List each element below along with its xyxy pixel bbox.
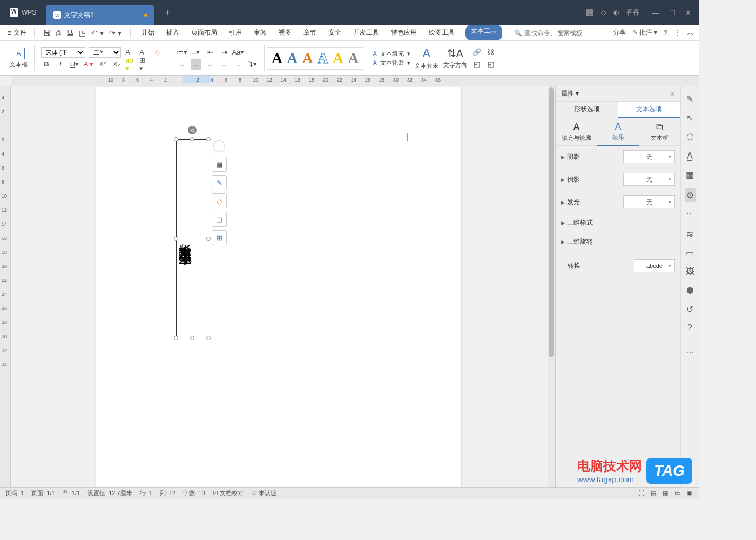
status-page-no[interactable]: 页码: 1 xyxy=(5,489,24,497)
view-web-button[interactable]: ▭ xyxy=(673,490,681,497)
tab-references[interactable]: 引用 xyxy=(228,25,243,40)
skin-icon[interactable]: ◇ xyxy=(601,9,606,16)
notification-badge[interactable]: 1 xyxy=(586,9,593,16)
distribute-button[interactable]: ≡ xyxy=(233,59,244,70)
rail-image-icon[interactable]: 🖼 xyxy=(686,267,694,276)
minimize-button[interactable]: — xyxy=(652,9,659,17)
resize-handle[interactable] xyxy=(174,336,178,340)
increase-indent-button[interactable]: ⇥ xyxy=(219,47,230,58)
align-center-button[interactable]: ≡ xyxy=(191,59,201,70)
file-menu[interactable]: ≡ 文件 xyxy=(4,28,30,37)
vertical-scrollbar[interactable] xyxy=(548,86,555,487)
tab-text-options[interactable]: 文本选项 xyxy=(618,102,681,118)
tab-page-layout[interactable]: 页面布局 xyxy=(190,25,218,40)
next-textbox-button[interactable]: ◱ xyxy=(485,59,496,70)
prop-3d-rotation[interactable]: ▶三维旋转 xyxy=(561,237,675,246)
quick-print-icon[interactable]: ◳ xyxy=(79,29,86,37)
search-input[interactable] xyxy=(524,29,589,37)
textbox-group[interactable]: 文本框 xyxy=(5,43,32,73)
more-options-button[interactable]: ⊞ xyxy=(212,230,227,245)
subtab-effects[interactable]: A 效果 xyxy=(597,118,639,146)
font-size-select[interactable]: 二号 xyxy=(89,47,121,58)
shadow-select[interactable]: 无 xyxy=(623,150,675,163)
prop-glow[interactable]: ▶发光 无 xyxy=(561,195,675,208)
align-left-button[interactable]: ≡ xyxy=(177,59,187,70)
layout-options-button[interactable]: ▦ xyxy=(212,157,227,172)
prop-3d-format[interactable]: ▶三维格式 xyxy=(561,218,675,227)
rail-clipboard-icon[interactable]: ▭ xyxy=(686,248,694,258)
wordart-style-gallery[interactable]: A A A A A A xyxy=(267,47,363,70)
resize-handle[interactable] xyxy=(190,336,194,340)
shape-outline-button[interactable]: ▢ xyxy=(212,212,227,227)
rail-resource-icon[interactable]: 🗀 xyxy=(686,211,694,220)
text-fill-button[interactable]: A 文本填充 ▾ xyxy=(373,50,410,58)
rail-history-icon[interactable]: ↺ xyxy=(686,304,693,314)
document-tab[interactable]: W 文字文稿1 xyxy=(46,5,154,25)
status-words[interactable]: 字数: 10 xyxy=(183,489,205,497)
user-name[interactable]: 香香 xyxy=(626,8,639,17)
scrollbar-thumb[interactable] xyxy=(549,87,554,357)
close-panel-button[interactable]: ✕ xyxy=(670,90,675,98)
underline-button[interactable]: U ▾ xyxy=(69,59,80,70)
resize-handle[interactable] xyxy=(190,137,194,141)
tab-section[interactable]: 章节 xyxy=(302,25,318,40)
redo-button[interactable]: ↷ ▾ xyxy=(109,29,122,37)
rail-shape-icon[interactable]: ⬡ xyxy=(686,132,694,142)
maximize-button[interactable]: ☐ xyxy=(669,9,676,17)
text-direction-button[interactable]: ⇅A 文字方向 xyxy=(443,47,467,69)
subtab-textbox[interactable]: ⧉ 文本框 xyxy=(639,118,680,146)
close-button[interactable]: ✕ xyxy=(685,9,691,17)
document-canvas[interactable]: ⟲ 竖排文字怎么居中显示 — ▦ ✎ ◇ ▢ ⊞ xyxy=(11,86,548,487)
app-tab[interactable]: WPS xyxy=(0,0,46,25)
style-5[interactable]: A xyxy=(333,50,343,67)
tab-start[interactable]: 开始 xyxy=(140,25,156,40)
highlight-button[interactable]: ab ▾ xyxy=(125,59,136,70)
prop-shadow[interactable]: ▶阴影 无 xyxy=(561,150,675,163)
rail-table-icon[interactable]: ▦ xyxy=(686,170,694,180)
char-border-button[interactable]: ⊞ ▾ xyxy=(139,59,150,70)
bold-button[interactable]: B xyxy=(41,59,52,70)
resize-handle[interactable] xyxy=(174,137,178,141)
resize-handle[interactable] xyxy=(174,237,178,241)
superscript-button[interactable]: X² xyxy=(97,59,108,70)
italic-button[interactable]: I xyxy=(55,59,66,70)
change-case-button[interactable]: Aa▾ xyxy=(233,47,244,58)
clear-format-button[interactable]: ◇ xyxy=(152,47,163,58)
subscript-button[interactable]: X₂ xyxy=(111,59,122,70)
numbering-button[interactable]: ≡▾ xyxy=(191,47,201,58)
format-painter-button[interactable]: ✎ xyxy=(212,175,227,190)
vertical-ruler[interactable]: 42246810121416182022242628303234 xyxy=(0,86,11,487)
rail-hexagon-icon[interactable]: ⬢ xyxy=(686,285,694,295)
glow-select[interactable]: 无 xyxy=(623,195,675,208)
status-auth[interactable]: 🛡 未认证 xyxy=(251,489,276,497)
rail-more-icon[interactable]: ⋯ xyxy=(686,347,694,357)
status-proof[interactable]: ☑ 文档校对 xyxy=(213,489,244,497)
style-2[interactable]: A xyxy=(287,50,298,67)
line-spacing-button[interactable]: ⇅▾ xyxy=(247,59,258,70)
print-icon[interactable]: 🖶 xyxy=(66,29,73,37)
rotate-handle[interactable]: ⟲ xyxy=(188,126,197,134)
tab-special[interactable]: 特色应用 xyxy=(390,25,418,40)
undo-button[interactable]: ↶ ▾ xyxy=(91,29,104,37)
prop-reflection[interactable]: ▶倒影 无 xyxy=(561,173,675,186)
reflection-select[interactable]: 无 xyxy=(623,173,675,186)
collapse-ribbon-button[interactable]: ︿ xyxy=(687,28,694,38)
horizontal-ruler[interactable]: 10864224681012141618202224262830323436 xyxy=(11,76,699,86)
rail-properties-icon[interactable]: ⚙ xyxy=(685,188,696,202)
decrease-indent-button[interactable]: ⇤ xyxy=(205,47,215,58)
print-preview-icon[interactable]: ⎙ xyxy=(56,29,60,37)
tab-insert[interactable]: 插入 xyxy=(165,25,180,40)
text-outline-button[interactable]: A 文本轮廓 ▾ xyxy=(373,59,410,67)
rail-select-icon[interactable]: ↖ xyxy=(686,113,693,123)
status-section[interactable]: 节: 1/1 xyxy=(63,489,80,497)
subtab-fill-outline[interactable]: A 填充与轮廓 xyxy=(556,118,597,146)
tab-developer[interactable]: 开发工具 xyxy=(352,25,380,40)
align-right-button[interactable]: ≡ xyxy=(205,59,215,70)
style-4[interactable]: A xyxy=(318,50,328,67)
font-color-button[interactable]: A ▾ xyxy=(83,59,94,70)
textbox-content[interactable]: 竖排文字怎么居中显示 xyxy=(177,140,194,338)
tab-review[interactable]: 审阅 xyxy=(253,25,268,40)
view-print-button[interactable]: ▤ xyxy=(649,490,658,497)
collapse-toolbar-button[interactable]: — xyxy=(213,140,225,152)
tab-view[interactable]: 视图 xyxy=(278,25,293,40)
